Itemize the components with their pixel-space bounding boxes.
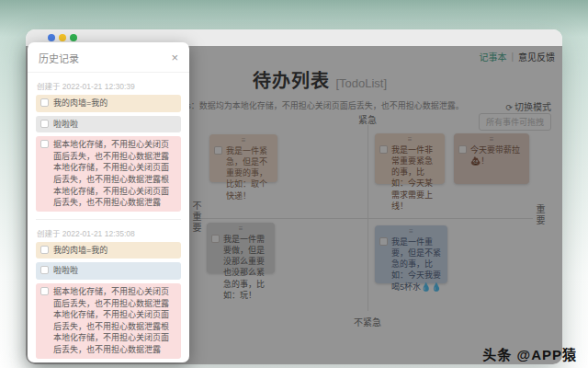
- history-checkbox[interactable]: [40, 140, 49, 148]
- history-group-timestamp: 创建于 2022-01-21 12:30:39: [37, 80, 180, 91]
- history-item[interactable]: 据本地化存储，不用担心关闭页面后丢失，也不用担心数据泄露本地化存储，不用担心关闭…: [36, 283, 181, 359]
- history-item[interactable]: 啦啦啦: [36, 262, 181, 280]
- history-panel-title: 历史记录: [39, 51, 79, 65]
- app-window: 记事本 | 意见反馈 待办列表 [TodoList] Tips：数据均为本地化存…: [26, 29, 562, 364]
- page-background: 记事本 | 意见反馈 待办列表 [TodoList] Tips：数据均为本地化存…: [0, 0, 588, 368]
- history-checkbox[interactable]: [40, 120, 49, 128]
- history-item[interactable]: 我的肉墙=我的: [36, 95, 181, 112]
- history-item-text: 据本地化存储，不用担心关闭页面后丢失，也不用担心数据泄露本地化存储，不用担心关闭…: [53, 286, 176, 356]
- history-panel-header: 历史记录 ×: [28, 42, 189, 73]
- history-item-text: 我的肉墙=我的: [53, 245, 107, 257]
- history-checkbox[interactable]: [40, 246, 49, 254]
- history-checkbox[interactable]: [40, 266, 49, 274]
- history-checkbox[interactable]: [40, 98, 49, 107]
- history-group: 创建于 2022-01-21 12:35:08 我的肉墙=我的 啦啦啦 据本地化…: [36, 219, 181, 362]
- window-control-minimize-icon[interactable]: [59, 34, 66, 41]
- window-control-close-icon[interactable]: [48, 34, 55, 41]
- history-item[interactable]: 啦啦啦: [36, 116, 181, 133]
- history-item-text: 据本地化存储，不用担心关闭页面后丢失，也不用担心数据泄露本地化存储，不用担心关闭…: [53, 139, 176, 209]
- history-item-text: 啦啦啦: [53, 119, 78, 131]
- history-panel-body[interactable]: 创建于 2022-01-21 12:30:39 我的肉墙=我的 啦啦啦 据本地化…: [28, 73, 189, 362]
- history-group-timestamp: 创建于 2022-01-21 12:35:08: [37, 227, 180, 238]
- close-icon[interactable]: ×: [171, 53, 178, 63]
- history-group: 创建于 2022-01-21 12:30:39 我的肉墙=我的 啦啦啦 据本地化…: [36, 73, 181, 219]
- window-control-zoom-icon[interactable]: [70, 34, 77, 41]
- history-item-text: 啦啦啦: [53, 265, 78, 277]
- history-item-text: 我的肉墙=我的: [53, 98, 107, 109]
- history-item[interactable]: 我的肉墙=我的: [36, 242, 181, 259]
- history-panel: 历史记录 × 创建于 2022-01-21 12:30:39 我的肉墙=我的 啦…: [28, 42, 189, 362]
- history-item[interactable]: 据本地化存储，不用担心关闭页面后丢失，也不用担心数据泄露本地化存储，不用担心关闭…: [36, 136, 181, 212]
- history-checkbox[interactable]: [40, 287, 49, 295]
